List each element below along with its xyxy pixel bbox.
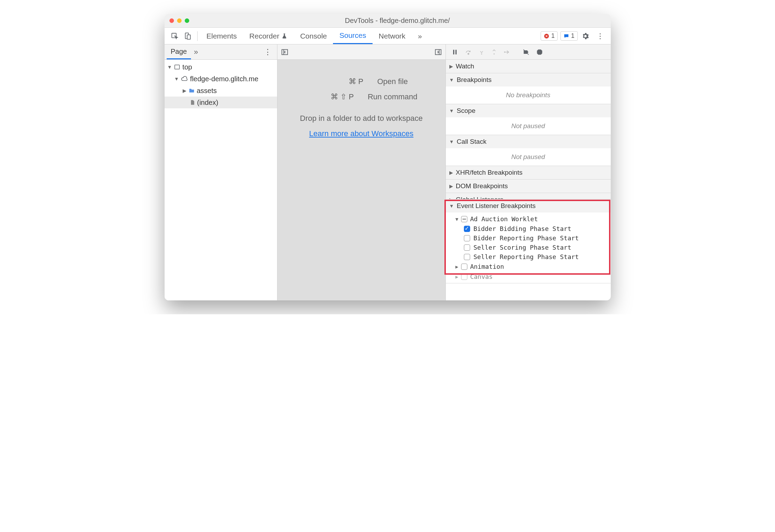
animation-category[interactable]: ▶ Animation — [446, 261, 611, 272]
tab-recorder[interactable]: Recorder — [243, 28, 294, 44]
folder-icon — [189, 88, 195, 94]
chevron-down-icon: ▼ — [449, 139, 454, 144]
tab-console[interactable]: Console — [294, 28, 333, 44]
run-command-label: Run command — [368, 92, 417, 101]
deactivate-breakpoints-button[interactable] — [519, 47, 533, 57]
event-listener-breakpoints-header[interactable]: ▼Event Listener Breakpoints — [446, 199, 611, 213]
ad-auction-worklet-category[interactable]: ▼ Ad Auction Worklet — [446, 214, 611, 224]
chevron-right-icon: ▶ — [449, 170, 453, 175]
scope-not-paused-label: Not paused — [446, 120, 611, 132]
chevron-down-icon: ▼ — [167, 64, 172, 70]
svg-point-9 — [468, 53, 469, 54]
checkbox[interactable] — [464, 226, 470, 232]
message-icon — [564, 33, 569, 39]
chevron-down-icon: ▼ — [456, 216, 458, 222]
window-zoom-button[interactable] — [185, 18, 189, 23]
open-file-shortcut: ⌘ P — [315, 77, 363, 86]
cloud-icon — [181, 75, 188, 82]
chevron-right-icon: ▶ — [456, 264, 458, 269]
devtools-toolbar: Elements Recorder Console Sources Networ… — [165, 28, 611, 44]
inspect-element-icon[interactable] — [168, 31, 181, 41]
file-icon — [190, 99, 195, 106]
event-breakpoint-label: Bidder Reporting Phase Start — [474, 234, 579, 242]
tab-network[interactable]: Network — [373, 28, 412, 44]
svg-point-10 — [481, 53, 482, 54]
frame-icon — [174, 64, 180, 70]
window-titlebar: DevTools - fledge-demo.glitch.me/ — [165, 14, 611, 28]
dom-breakpoints-section-header[interactable]: ▶DOM Breakpoints — [446, 180, 611, 193]
breakpoints-section-header[interactable]: ▼Breakpoints — [446, 73, 611, 86]
device-toolbar-icon[interactable] — [181, 31, 194, 41]
svg-rect-2 — [187, 35, 190, 39]
checkbox[interactable] — [464, 254, 470, 260]
chevron-down-icon: ▼ — [449, 77, 454, 83]
run-command-shortcut: ⌘ ⇧ P — [305, 92, 354, 101]
event-breakpoint-label: Bidder Bidding Phase Start — [474, 225, 572, 232]
error-icon — [544, 33, 549, 39]
no-breakpoints-label: No breakpoints — [446, 89, 611, 101]
window-close-button[interactable] — [169, 18, 174, 23]
file-tree: ▼ top ▼ fledge-demo.glitch.me ▶ assets (… — [165, 60, 277, 300]
step-button[interactable] — [501, 47, 513, 57]
settings-icon[interactable] — [578, 30, 593, 42]
messages-badge[interactable]: 1 — [560, 31, 577, 41]
window-title: DevTools - fledge-demo.glitch.me/ — [189, 17, 606, 25]
chevron-right-icon: ▶ — [449, 183, 453, 189]
tab-sources[interactable]: Sources — [333, 28, 372, 44]
show-navigator-icon[interactable] — [281, 48, 289, 56]
show-debugger-icon[interactable] — [434, 48, 442, 56]
chevron-right-icon: ▶ — [449, 64, 453, 69]
tabs-overflow-button[interactable]: » — [412, 28, 428, 44]
xhr-breakpoints-section-header[interactable]: ▶XHR/fetch Breakpoints — [446, 166, 611, 179]
tab-elements[interactable]: Elements — [200, 28, 243, 44]
tree-file-index[interactable]: (index) — [165, 97, 277, 108]
navigator-overflow-button[interactable]: » — [191, 46, 201, 58]
svg-rect-4 — [175, 65, 180, 69]
page-tab[interactable]: Page — [167, 45, 191, 59]
canvas-category[interactable]: ▶ Canvas — [446, 272, 611, 282]
errors-badge[interactable]: 1 — [541, 31, 558, 41]
svg-rect-7 — [453, 50, 454, 54]
tree-domain[interactable]: ▼ fledge-demo.glitch.me — [165, 73, 277, 85]
tree-frame-top[interactable]: ▼ top — [165, 61, 277, 73]
step-into-button[interactable] — [476, 47, 488, 57]
global-listeners-section-header[interactable]: ▶Global Listeners — [446, 193, 611, 199]
pause-button[interactable] — [449, 47, 461, 57]
scope-section-header[interactable]: ▼Scope — [446, 104, 611, 117]
event-breakpoint-item[interactable]: Bidder Bidding Phase Start — [446, 224, 611, 233]
chevron-down-icon: ▼ — [449, 108, 454, 114]
chevron-right-icon: ▶ — [183, 88, 186, 93]
step-out-button[interactable] — [488, 47, 500, 57]
callstack-section-header[interactable]: ▼Call Stack — [446, 135, 611, 148]
chevron-down-icon: ▼ — [449, 203, 454, 209]
svg-point-12 — [504, 51, 505, 52]
step-over-button[interactable] — [462, 47, 475, 57]
flask-icon — [281, 33, 288, 39]
chevron-down-icon: ▼ — [174, 76, 179, 82]
checkbox[interactable] — [464, 244, 470, 251]
checkbox[interactable] — [464, 235, 470, 241]
event-breakpoint-label: Seller Reporting Phase Start — [474, 253, 579, 260]
chevron-right-icon: ▶ — [456, 274, 458, 280]
event-breakpoint-item[interactable]: Seller Scoring Phase Start — [446, 243, 611, 252]
event-breakpoint-item[interactable]: Bidder Reporting Phase Start — [446, 233, 611, 243]
event-breakpoint-label: Seller Scoring Phase Start — [474, 244, 572, 251]
svg-point-11 — [493, 53, 494, 54]
event-breakpoint-item[interactable]: Seller Reporting Phase Start — [446, 252, 611, 261]
svg-rect-8 — [455, 50, 456, 54]
workspace-drop-hint: Drop in a folder to add to workspace — [294, 114, 429, 123]
open-file-label: Open file — [377, 77, 408, 86]
category-checkbox[interactable] — [461, 274, 467, 280]
more-options-icon[interactable]: ⋮ — [593, 30, 607, 42]
tree-folder-assets[interactable]: ▶ assets — [165, 85, 277, 97]
pause-on-exceptions-button[interactable] — [533, 47, 546, 57]
callstack-not-paused-label: Not paused — [446, 151, 611, 163]
category-checkbox[interactable] — [461, 216, 467, 222]
chevron-right-icon: ▶ — [449, 197, 453, 199]
watch-section-header[interactable]: ▶Watch — [446, 60, 611, 73]
category-checkbox[interactable] — [461, 264, 467, 270]
navigator-menu-icon[interactable]: ⋮ — [260, 45, 275, 59]
window-minimize-button[interactable] — [177, 18, 182, 23]
learn-workspaces-link[interactable]: Learn more about Workspaces — [309, 129, 413, 138]
